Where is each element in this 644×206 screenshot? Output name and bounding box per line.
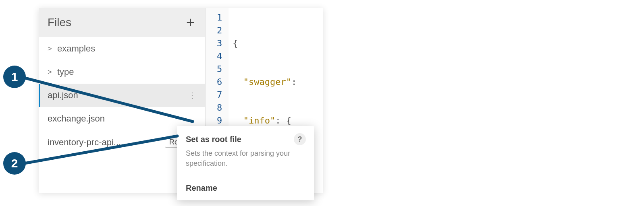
- callout-badge-1: 1: [3, 66, 26, 88]
- code-line[interactable]: "info": {: [233, 114, 303, 127]
- menu-item-title: Rename: [186, 183, 217, 192]
- line-number: 5: [217, 63, 222, 76]
- more-options-icon[interactable]: ⋮: [188, 91, 196, 100]
- line-number: 6: [217, 76, 222, 89]
- folder-item-type[interactable]: > type: [39, 60, 205, 84]
- menu-item-title: Set as root file: [186, 135, 241, 144]
- line-number: 7: [217, 89, 222, 101]
- menu-item-rename[interactable]: Rename: [177, 176, 314, 200]
- help-icon[interactable]: ?: [294, 133, 306, 145]
- menu-item-head: Set as root file ?: [186, 133, 306, 145]
- folder-item-examples[interactable]: > examples: [39, 37, 205, 60]
- folder-label: examples: [57, 43, 196, 54]
- folder-label: type: [57, 67, 196, 77]
- menu-item-set-root[interactable]: Set as root file ? Sets the context for …: [177, 126, 314, 176]
- line-number: 1: [217, 11, 222, 24]
- line-number: 3: [217, 37, 222, 50]
- file-label: exchange.json: [48, 113, 196, 124]
- code-line[interactable]: {: [233, 37, 303, 50]
- sidebar-header: Files +: [39, 8, 205, 37]
- line-number: 4: [217, 50, 222, 63]
- file-label: inventory-prc-api....: [48, 137, 161, 148]
- chevron-right-icon: >: [48, 45, 53, 53]
- line-number: 8: [217, 101, 222, 114]
- menu-item-desc: Sets the context for parsing your specif…: [186, 148, 306, 169]
- chevron-right-icon: >: [48, 68, 53, 76]
- add-file-button[interactable]: +: [186, 18, 195, 27]
- code-line[interactable]: "swagger":: [233, 76, 303, 89]
- callout-badge-2: 2: [3, 152, 26, 175]
- file-label: api.json: [48, 90, 184, 101]
- file-context-menu: Set as root file ? Sets the context for …: [177, 126, 314, 200]
- line-number: 9: [217, 114, 222, 127]
- sidebar-title: Files: [48, 16, 71, 29]
- line-number: 2: [217, 24, 222, 37]
- file-item-api-json[interactable]: api.json ⋮: [39, 84, 205, 107]
